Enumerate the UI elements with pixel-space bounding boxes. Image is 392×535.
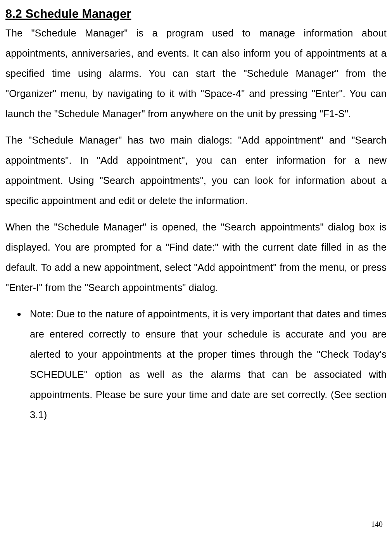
paragraph-intro: The "Schedule Manager" is a program used… — [5, 23, 387, 124]
paragraph-open-behavior: When the "Schedule Manager" is opened, t… — [5, 217, 387, 298]
note-list-item: Note: Due to the nature of appointments,… — [30, 304, 387, 425]
section-heading: 8.2 Schedule Manager — [5, 7, 387, 21]
paragraph-dialogs: The "Schedule Manager" has two main dial… — [5, 130, 387, 211]
note-list: Note: Due to the nature of appointments,… — [5, 304, 387, 425]
